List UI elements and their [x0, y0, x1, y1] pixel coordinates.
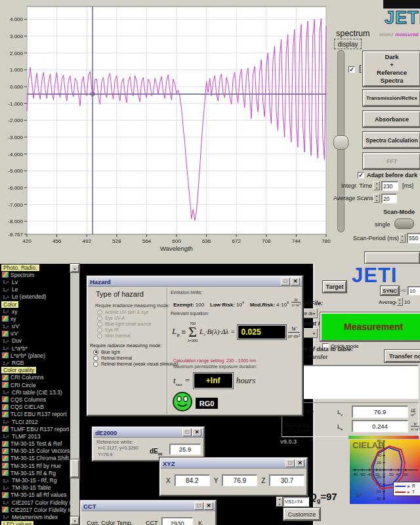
sidebar-item[interactable]: 1₂³TLMF 2013 [1, 432, 70, 440]
cielab-plot[interactable]: CIELAB -80-60-40-200204060806040200-20-4… [350, 440, 420, 504]
stored-label[interactable]: stored [379, 32, 393, 37]
average-scans-input[interactable]: 20 [381, 194, 397, 203]
radio-option[interactable]: Eye IR [97, 327, 151, 333]
customize-button[interactable]: Customize [284, 508, 320, 520]
sidebar-item[interactable]: TM-30-15 all Rf values [1, 492, 70, 499]
hazard-titlebar[interactable]: Hazard □ ✕ [88, 277, 302, 287]
sidebar-item[interactable]: CQS Columns [1, 396, 70, 403]
dark-reference-spectra-button[interactable]: Dark + Reference Spectra [363, 51, 420, 87]
de2000-titlebar[interactable]: dE2000 □ ✕ [93, 428, 203, 438]
display-checkbox[interactable]: ✓ [348, 66, 355, 73]
y-axis-tick: -4.000 [8, 152, 23, 158]
close-icon[interactable]: ✕ [291, 278, 300, 285]
partial-button[interactable] [365, 252, 420, 264]
sidebar-item[interactable]: L*a*b* (plane) [1, 352, 70, 359]
table-row[interactable]: #3 [285, 382, 415, 390]
transfer-now-button[interactable]: Transfer now [385, 350, 420, 362]
integration-time-input[interactable]: 230 [381, 181, 398, 191]
sidebar-item[interactable]: 1₂³Metamerism Index [1, 513, 70, 520]
radio-option[interactable]: Actinic UV skin & eye [97, 309, 151, 315]
radio-option[interactable]: Blue light [93, 349, 178, 355]
sidebar-item[interactable]: TLMF EBU R137 report [1, 425, 70, 432]
sidebar-item[interactable]: TM-30-15 Chroma Shift by Hue [1, 455, 70, 462]
target-button[interactable]: Target [323, 281, 346, 293]
close-icon[interactable]: ✕ [295, 459, 304, 467]
hz-input[interactable]: 10 [408, 286, 420, 295]
display-button[interactable]: display [334, 39, 362, 49]
scan-period-stepper[interactable]: ▲▼ [399, 234, 406, 243]
values-stepper[interactable]: ▲▼ [276, 497, 283, 507]
results-list[interactable]: Photo. Radio.Spectrum1₂³Lv1₂³Le1₂³Le (ex… [1, 264, 70, 525]
measured-label[interactable]: measured [395, 32, 418, 37]
sidebar-item[interactable]: CQS CIELAB [1, 404, 70, 411]
integration-time-stepper[interactable]: ▲▼ [373, 181, 380, 190]
sidebar-item[interactable]: TLCI EBU R137 report [1, 411, 70, 418]
sidebar-category-header[interactable]: Color [1, 301, 70, 308]
cct-titlebar[interactable]: CCT □ ✕ [81, 501, 215, 511]
sidebar-item[interactable]: 1₂³TLCI 2012 [1, 418, 70, 425]
sidebar-item[interactable]: Spectrum [1, 271, 70, 278]
table-row[interactable]: #2 [285, 374, 415, 382]
sidebar-item[interactable]: TM-30-15 Rf by Hue [1, 462, 70, 469]
adapt-before-dark-checkbox[interactable]: ✓ [358, 172, 364, 178]
numeric-icon: 1₂³ [1, 346, 10, 350]
measurement-button[interactable]: Measurement [320, 312, 420, 341]
sidebar-item[interactable]: 1₂³xy [1, 308, 70, 315]
sidebar-item[interactable]: CRI Columns [1, 374, 70, 381]
transmission-reflexion-button[interactable]: Transmission/Reflex [363, 90, 420, 106]
sidebar-item[interactable]: TM-30-15 Color Vectors [1, 448, 70, 455]
maximize-icon[interactable]: □ [281, 278, 290, 285]
sidebar-item[interactable]: 1₂³TM-30-15 - Rf, Rg [1, 476, 70, 484]
sidebar-item[interactable]: 1₂³TM-30-15 Table [1, 484, 70, 492]
scan-period-input[interactable]: 550 [407, 233, 420, 243]
sidebar-category-header[interactable]: Photo. Radio. [1, 264, 70, 271]
scan-mode-value: single [375, 221, 390, 228]
spectrum-chart[interactable]: 4204564925285646006366727087447804.0003.… [0, 0, 336, 264]
results-scrollbar[interactable] [70, 264, 79, 525]
maximize-icon[interactable]: □ [285, 459, 295, 467]
sidebar-item[interactable]: 1₂³u'v' [1, 323, 70, 330]
sidebar-item[interactable]: 1₂³CIE2017 Color Fidelity Index [1, 499, 70, 506]
sidebar-item[interactable]: 1₂³L*a*b* [1, 345, 70, 352]
average-scans-stepper[interactable]: ▲▼ [373, 194, 380, 203]
y-axis-tick: 4.000 [10, 16, 24, 22]
scan-mode-toggle[interactable] [394, 219, 414, 229]
sidebar-item[interactable]: TM-30-15 Rf & Rg [1, 469, 70, 476]
fft-button[interactable]: FFT [363, 153, 420, 169]
average-stepper[interactable]: ▲▼ [396, 297, 403, 306]
vs-value-input[interactable]: VS1=74 [283, 497, 309, 507]
sidebar-item[interactable]: 1₂³Le [1, 286, 70, 293]
scroll-down-button[interactable]: ▼ [70, 516, 79, 525]
sidebar-item[interactable]: CRI Circle [1, 381, 70, 388]
scroll-up-button[interactable]: ▲ [70, 264, 79, 272]
xyz-titlebar[interactable]: XYZ □ ✕ [161, 459, 306, 469]
sidebar-item[interactable]: 1₂³Le (extended) [1, 293, 70, 301]
absorbance-button[interactable]: Absorbance [363, 111, 420, 127]
sidebar-item[interactable]: 1₂³RGB [1, 359, 70, 366]
radio-option[interactable]: Eye UV-A [97, 315, 151, 321]
maximize-icon[interactable]: □ [194, 502, 203, 510]
sidebar-item[interactable]: 1₂³CRI table (CIE 13.3) [1, 388, 70, 396]
maximize-icon[interactable]: □ [182, 429, 192, 436]
sidebar-item[interactable]: u'v' [1, 330, 70, 337]
close-icon[interactable]: ✕ [204, 502, 213, 510]
radio-option[interactable]: Blue-light small source [97, 321, 151, 327]
scrollbar-thumb[interactable] [70, 459, 79, 478]
sidebar-item[interactable]: xy [1, 315, 70, 322]
radio-option[interactable]: Skin thermal [97, 333, 151, 339]
radio-option[interactable]: Retinal thermal [93, 355, 178, 361]
sidebar-category-header[interactable]: LED values [1, 521, 70, 525]
table-row[interactable]: #4 [285, 390, 415, 398]
close-icon[interactable]: ✕ [192, 429, 201, 436]
sidebar-category-header[interactable]: Color quality [1, 367, 70, 374]
sidebar-item[interactable]: TM-30-15 Test & Ref [1, 440, 70, 448]
xyz-title: XYZ [163, 460, 285, 467]
table-row[interactable]: #1 [285, 366, 415, 374]
vertical-slider-thumb[interactable] [333, 135, 348, 150]
sidebar-item[interactable]: 1₂³Lv [1, 278, 70, 285]
radio-option[interactable]: Retinal thermal (weak visual stimulus) [93, 361, 178, 367]
sidebar-item[interactable]: 1₂³Duv [1, 337, 70, 345]
sidebar-item[interactable]: CIE2017 Color Fidelity Index [1, 506, 70, 513]
sync-button[interactable]: SYNC [381, 286, 399, 295]
spectra-calculation-button[interactable]: Spectra Calculation [363, 132, 420, 148]
